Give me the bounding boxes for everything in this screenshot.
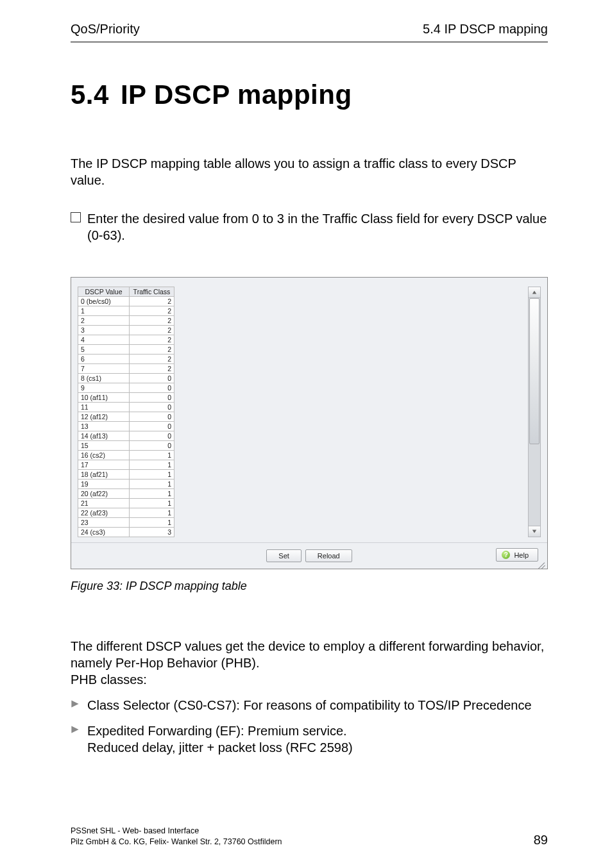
cell-traffic-class[interactable]: 1 [130, 480, 174, 489]
cell-traffic-class[interactable]: 2 [130, 345, 174, 355]
vertical-scrollbar[interactable] [528, 287, 541, 537]
table-row[interactable]: 72 [78, 364, 174, 374]
table-row[interactable]: 150 [78, 441, 174, 451]
cell-traffic-class[interactable]: 0 [130, 441, 174, 451]
cell-dscp: 6 [78, 355, 130, 364]
table-row[interactable]: 12 (af12)0 [78, 412, 174, 422]
reload-button[interactable]: Reload [305, 549, 352, 562]
table-row[interactable]: 231 [78, 518, 174, 528]
cell-traffic-class[interactable]: 2 [130, 364, 174, 374]
cell-dscp: 15 [78, 441, 130, 451]
cell-dscp: 18 (af21) [78, 470, 130, 480]
cell-dscp: 2 [78, 316, 130, 326]
help-icon: ? [502, 551, 510, 559]
help-button[interactable]: ? Help [496, 548, 538, 562]
cell-traffic-class[interactable]: 2 [130, 316, 174, 326]
cell-dscp: 11 [78, 403, 130, 412]
table-row[interactable]: 14 (af13)0 [78, 431, 174, 441]
cell-dscp: 8 (cs1) [78, 374, 130, 383]
dscp-table: DSCP Value Traffic Class 0 (be/cs0)21222… [78, 287, 174, 537]
cell-traffic-class[interactable]: 1 [130, 460, 174, 470]
table-row[interactable]: 20 (af22)1 [78, 489, 174, 499]
table-row[interactable]: 171 [78, 460, 174, 470]
cell-traffic-class[interactable]: 1 [130, 518, 174, 528]
cell-traffic-class[interactable]: 0 [130, 431, 174, 441]
phb-list: Class Selector (CS0-CS7): For reasons of… [71, 697, 548, 756]
table-row[interactable]: 110 [78, 403, 174, 412]
cell-traffic-class[interactable]: 1 [130, 499, 174, 508]
cell-dscp: 20 (af22) [78, 489, 130, 499]
cell-traffic-class[interactable]: 0 [130, 374, 174, 383]
task-checkbox-icon [71, 212, 81, 222]
phb-intro: The different DSCP values get the device… [71, 638, 548, 688]
svg-marker-0 [532, 291, 536, 294]
table-row[interactable]: 52 [78, 345, 174, 355]
table-row[interactable]: 0 (be/cs0)2 [78, 297, 174, 306]
table-row[interactable]: 16 (cs2)1 [78, 451, 174, 460]
section-title: 5.4IP DSCP mapping [71, 79, 612, 110]
footer-line2: Pilz GmbH & Co. KG, Felix- Wankel Str. 2… [71, 837, 282, 847]
cell-traffic-class[interactable]: 0 [130, 393, 174, 403]
table-row[interactable]: 8 (cs1)0 [78, 374, 174, 383]
cell-traffic-class[interactable]: 0 [130, 383, 174, 393]
cell-dscp: 19 [78, 480, 130, 489]
cell-traffic-class[interactable]: 3 [130, 528, 174, 537]
scroll-down-icon[interactable] [529, 526, 540, 537]
cell-traffic-class[interactable]: 2 [130, 306, 174, 316]
table-row[interactable]: 10 (af11)0 [78, 393, 174, 403]
set-button[interactable]: Set [266, 549, 302, 562]
list-item-text: Expedited Forwarding (EF): Premium servi… [87, 722, 353, 756]
table-row[interactable]: 18 (af21)1 [78, 470, 174, 480]
table-row[interactable]: 22 (af23)1 [78, 508, 174, 518]
col-header-dscp[interactable]: DSCP Value [78, 287, 130, 297]
cell-traffic-class[interactable]: 2 [130, 326, 174, 335]
cell-dscp: 22 (af23) [78, 508, 130, 518]
svg-marker-3 [71, 726, 78, 733]
cell-dscp: 5 [78, 345, 130, 355]
cell-dscp: 1 [78, 306, 130, 316]
arrow-icon [71, 722, 80, 756]
table-row[interactable]: 24 (cs3)3 [78, 528, 174, 537]
table-row[interactable]: 90 [78, 383, 174, 393]
table-row[interactable]: 191 [78, 480, 174, 489]
table-row[interactable]: 211 [78, 499, 174, 508]
svg-marker-2 [71, 700, 78, 707]
table-row[interactable]: 62 [78, 355, 174, 364]
button-row: Set Reload ? Help [71, 542, 547, 569]
cell-dscp: 4 [78, 335, 130, 345]
page-number: 89 [534, 833, 548, 847]
task-text: Enter the desired value from 0 to 3 in t… [87, 210, 548, 244]
scroll-thumb[interactable] [529, 298, 540, 444]
cell-traffic-class[interactable]: 2 [130, 297, 174, 306]
col-header-traffic-class[interactable]: Traffic Class [130, 287, 174, 297]
table-row[interactable]: 130 [78, 422, 174, 431]
cell-traffic-class[interactable]: 0 [130, 422, 174, 431]
table-row[interactable]: 12 [78, 306, 174, 316]
help-label: Help [514, 551, 529, 559]
screenshot-panel: DSCP Value Traffic Class 0 (be/cs0)21222… [71, 277, 548, 569]
cell-traffic-class[interactable]: 2 [130, 335, 174, 345]
cell-traffic-class[interactable]: 1 [130, 451, 174, 460]
footer-line1: PSSnet SHL - Web- based Interface [71, 826, 282, 837]
cell-traffic-class[interactable]: 0 [130, 412, 174, 422]
svg-marker-1 [532, 530, 536, 533]
arrow-icon [71, 697, 80, 714]
resize-grip-icon[interactable] [537, 562, 546, 569]
cell-traffic-class[interactable]: 0 [130, 403, 174, 412]
table-row[interactable]: 42 [78, 335, 174, 345]
section-name: IP DSCP mapping [121, 79, 352, 110]
cell-traffic-class[interactable]: 2 [130, 355, 174, 364]
table-row[interactable]: 32 [78, 326, 174, 335]
cell-dscp: 9 [78, 383, 130, 393]
footer-meta: PSSnet SHL - Web- based Interface Pilz G… [71, 826, 282, 847]
cell-traffic-class[interactable]: 1 [130, 508, 174, 518]
cell-traffic-class[interactable]: 1 [130, 489, 174, 499]
table-row[interactable]: 22 [78, 316, 174, 326]
cell-dscp: 14 (af13) [78, 431, 130, 441]
figure-caption: Figure 33: IP DSCP mapping table [71, 580, 548, 593]
cell-dscp: 13 [78, 422, 130, 431]
cell-traffic-class[interactable]: 1 [130, 470, 174, 480]
header-left: QoS/Priority [71, 22, 140, 37]
cell-dscp: 12 (af12) [78, 412, 130, 422]
scroll-up-icon[interactable] [529, 287, 540, 298]
